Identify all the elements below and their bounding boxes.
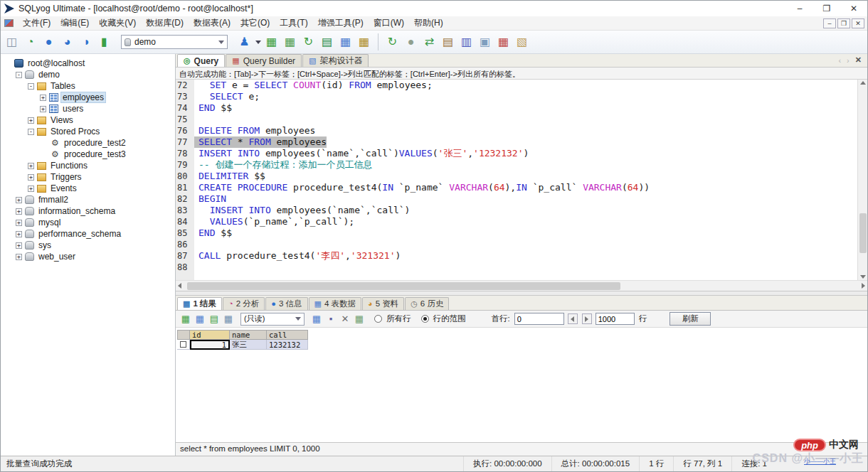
tree-item-Triggers[interactable]: +Triggers: [1, 171, 175, 183]
close-button[interactable]: ✕: [840, 1, 867, 16]
row-limit-input[interactable]: [596, 313, 635, 325]
tree-item-procedure_test2[interactable]: ⚙procedure_test2: [1, 137, 175, 149]
tab-close-icon[interactable]: ✕: [855, 55, 862, 65]
tab-query[interactable]: ◎ Query: [177, 54, 225, 67]
web-update-icon[interactable]: ◑: [78, 34, 94, 50]
tree-item-web_user[interactable]: +web_user: [1, 251, 175, 262]
page-prev-button[interactable]: [568, 313, 578, 324]
tab-history[interactable]: ◷ 6 历史: [405, 297, 449, 310]
scroll-right-icon[interactable]: [862, 283, 865, 289]
expand-icon[interactable]: +: [16, 242, 22, 249]
row-range-label[interactable]: 行的范围: [433, 313, 466, 324]
tree-item-Stored Procs[interactable]: -Stored Procs: [1, 126, 175, 137]
favorites-icon[interactable]: ▮: [96, 34, 112, 50]
tree-item-information_schema[interactable]: +information_schema: [1, 205, 175, 217]
stop-query-icon[interactable]: ●: [403, 34, 419, 50]
code-line-78[interactable]: 78INSERT INTO employees(`name`,`call`)VA…: [176, 148, 857, 159]
menu-database[interactable]: 数据库(D): [141, 16, 189, 30]
first-row-input[interactable]: [514, 313, 564, 325]
code-line-88[interactable]: 88: [176, 262, 857, 273]
code-line-75[interactable]: 75: [176, 114, 857, 125]
code-line-77[interactable]: 77SELECT * FROM employees: [176, 136, 857, 148]
web-community-icon[interactable]: ●: [41, 34, 57, 50]
code-area[interactable]: 72 SET e = SELECT COUNT(id) FROM employe…: [176, 80, 857, 280]
menu-others[interactable]: 其它(O): [235, 16, 275, 30]
open-query-icon[interactable]: ▦: [263, 34, 280, 50]
tree-item-root@localhost[interactable]: root@localhost: [1, 58, 175, 69]
expand-icon[interactable]: +: [40, 95, 46, 101]
tree-item-Events[interactable]: +Events: [1, 183, 175, 194]
tab-query-builder[interactable]: ▦ Query Builder: [226, 54, 302, 67]
column-header-name[interactable]: name: [230, 330, 267, 340]
code-line-83[interactable]: 83 INSERT INTO employees(`name`,`call`): [176, 205, 857, 216]
all-rows-radio[interactable]: [374, 315, 382, 323]
tree-item-procedure_test3[interactable]: ⚙procedure_test3: [1, 149, 175, 160]
expand-icon[interactable]: +: [16, 254, 22, 260]
tree-item-performance_schema[interactable]: +performance_schema: [1, 228, 175, 240]
tab-schema-designer[interactable]: ▧ 架构设计器: [302, 54, 369, 67]
cell-call[interactable]: 1232132: [267, 340, 308, 350]
all-rows-label[interactable]: 所有行: [386, 313, 411, 324]
expand-icon[interactable]: +: [40, 106, 46, 112]
mdi-minimize-button[interactable]: –: [823, 18, 836, 28]
tree-item-fmmall2[interactable]: +fmmall2: [1, 194, 175, 205]
delete-row-icon[interactable]: ✕: [339, 313, 351, 326]
tree-item-demo[interactable]: -demo: [1, 69, 175, 80]
mdi-close-button[interactable]: ✕: [852, 18, 864, 28]
menu-table[interactable]: 数据表(A): [189, 16, 235, 30]
tab-profiler[interactable]: ◔ 2 分析: [223, 297, 265, 310]
scroll-down-icon[interactable]: [860, 275, 866, 279]
menu-file[interactable]: 文件(F): [18, 16, 55, 30]
editor-hscrollbar[interactable]: [176, 280, 867, 291]
tree-item-users[interactable]: +users: [1, 103, 175, 114]
menu-help[interactable]: 帮助(H): [409, 16, 448, 30]
code-line-85[interactable]: 85END $$: [176, 227, 857, 239]
user-dropdown-caret-icon[interactable]: [255, 41, 261, 44]
sync-data-icon[interactable]: ⇄: [421, 34, 438, 50]
mdi-restore-button[interactable]: ❐: [837, 18, 850, 28]
code-line-74[interactable]: 74END $$: [176, 102, 857, 114]
code-line-86[interactable]: 86: [176, 239, 857, 250]
save-grid-icon[interactable]: ▪: [324, 313, 337, 326]
expand-icon[interactable]: +: [28, 163, 34, 169]
menu-tools[interactable]: 工具(T): [275, 16, 312, 30]
expand-icon[interactable]: +: [28, 174, 34, 181]
tree-item-Tables[interactable]: -Tables: [1, 80, 175, 92]
tab-messages[interactable]: ● 3 信息: [265, 297, 307, 310]
tab-scroll-right-icon[interactable]: ›: [847, 56, 850, 65]
refresh-button[interactable]: 刷新: [669, 312, 711, 326]
revert-query-icon[interactable]: ↻: [300, 34, 317, 50]
scroll-up-icon[interactable]: [860, 81, 866, 85]
add-row-icon[interactable]: ▦: [179, 313, 192, 326]
tab-table-data[interactable]: ▦ 4 表数据: [309, 297, 362, 310]
scheduled-backup-icon[interactable]: ▦: [495, 34, 512, 50]
save-query-icon[interactable]: ▦: [282, 34, 298, 50]
expand-icon[interactable]: +: [28, 186, 34, 192]
code-line-82[interactable]: 82BEGIN: [176, 193, 857, 205]
new-table-icon[interactable]: ▦: [337, 34, 354, 50]
menu-favorites[interactable]: 收藏夹(V): [94, 16, 141, 30]
web-forum-icon[interactable]: ◕: [59, 34, 75, 50]
revert-changes-icon[interactable]: ▦: [222, 313, 235, 326]
code-line-84[interactable]: 84 VALUES(`p_name`,`p_call`);: [176, 216, 857, 227]
readonly-dropdown[interactable]: (只读): [240, 313, 305, 326]
vscroll-thumb[interactable]: [859, 213, 867, 253]
row-selector-header[interactable]: [177, 330, 190, 340]
tree-item-mysql[interactable]: +mysql: [1, 217, 175, 228]
backup-icon[interactable]: ▤: [440, 34, 456, 50]
collapse-icon[interactable]: -: [16, 72, 22, 78]
tree-item-Views[interactable]: +Views: [1, 114, 175, 126]
insert-row-icon[interactable]: ▦: [310, 313, 323, 326]
schema-designer-icon[interactable]: ▧: [514, 34, 530, 50]
minimize-button[interactable]: –: [786, 1, 813, 16]
row-checkbox[interactable]: [180, 341, 186, 348]
blob-viewer-icon[interactable]: ▣: [477, 34, 493, 50]
menu-edit[interactable]: 编辑(E): [55, 16, 94, 30]
cell-id[interactable]: 1: [190, 340, 230, 350]
collapse-icon[interactable]: -: [28, 129, 34, 135]
cell-name[interactable]: 张三: [230, 340, 267, 350]
copy-database-icon[interactable]: ▥: [458, 34, 475, 50]
new-connection-icon[interactable]: ◔: [22, 34, 38, 50]
expand-icon[interactable]: +: [16, 197, 22, 203]
expand-icon[interactable]: +: [16, 231, 22, 237]
